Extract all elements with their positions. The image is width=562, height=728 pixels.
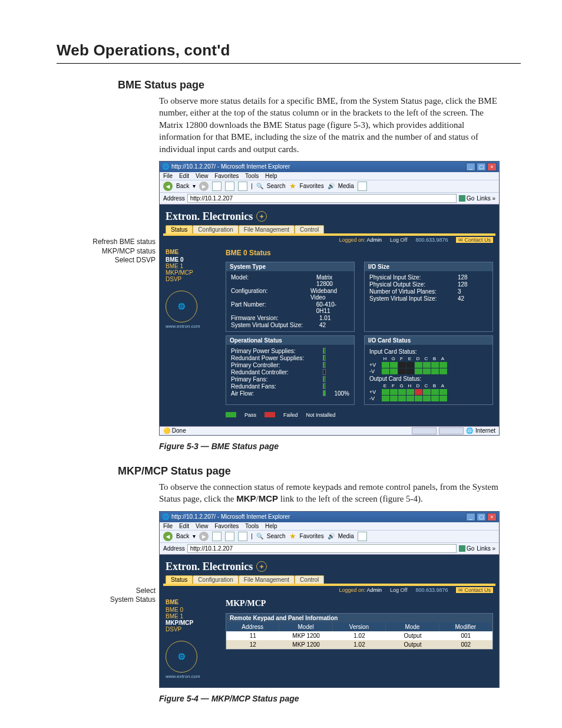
back-dropdown-icon[interactable]: ▾	[193, 183, 196, 189]
menu-favorites[interactable]: Favorites	[214, 523, 239, 529]
contact-us-button[interactable]: ✉Contact Us	[456, 587, 493, 593]
system-type-block: System Type Model:Matrix 12800Configurat…	[226, 262, 355, 332]
forward-icon[interactable]: ►	[199, 532, 209, 541]
ie-menubar[interactable]: File Edit View Favorites Tools Help	[160, 172, 499, 180]
legend-failed-swatch	[265, 412, 275, 417]
logged-on-user: Admin	[367, 237, 382, 243]
ie-titlebar[interactable]: 🌐 http://10.1.2.207/ - Microsoft Interne…	[160, 162, 499, 172]
media-icon[interactable]: 🔊	[328, 183, 335, 189]
menu-help[interactable]: Help	[265, 523, 277, 529]
tab-control[interactable]: Control	[295, 225, 324, 233]
ie-titlebar[interactable]: 🌐http://10.1.2.207/ - Microsoft Internet…	[160, 512, 499, 522]
stop-icon[interactable]	[212, 532, 222, 541]
media-label[interactable]: Media	[338, 183, 354, 189]
close-button[interactable]: ×	[487, 163, 497, 171]
operational-status-header: Operational Status	[226, 336, 354, 345]
history-icon[interactable]	[358, 532, 367, 541]
menu-favorites[interactable]: Favorites	[214, 173, 239, 179]
menu-tools[interactable]: Tools	[245, 523, 259, 529]
kv-row: Physical Output Size:128	[369, 281, 488, 288]
sidebar-item-mkpmcp[interactable]: MKP/MCP	[166, 269, 219, 276]
logoff-link[interactable]: Log Off	[390, 587, 407, 593]
sidebar-item-bme0[interactable]: BME 0	[166, 256, 219, 263]
menu-view[interactable]: View	[196, 523, 209, 529]
table-row: 12MKP 12001.02Output002	[226, 640, 492, 649]
minimize-button[interactable]: _	[466, 513, 475, 521]
tab-status[interactable]: Status	[166, 575, 193, 584]
history-icon[interactable]	[358, 182, 367, 191]
brand-badge-icon: ✦	[256, 561, 267, 572]
ie-addressbar: Address http://10.1.2.207 Go Links »	[160, 193, 499, 205]
tab-configuration[interactable]: Configuration	[193, 575, 238, 584]
kv-row: Part Number:60-410-0H11	[231, 301, 349, 314]
page-header: Web Operations, cont'd	[57, 41, 521, 64]
sidebar-item-dsvp[interactable]: DSVP	[166, 276, 219, 282]
callout-system-status: System Status	[53, 595, 156, 605]
links-button[interactable]: Links »	[477, 545, 495, 552]
kv-row: System Virtual Output Size:42	[231, 322, 349, 328]
search-label[interactable]: Search	[267, 183, 286, 189]
logoff-link[interactable]: Log Off	[390, 237, 407, 243]
sidebar-item-dsvp[interactable]: DSVP	[166, 626, 219, 633]
refresh-icon[interactable]	[225, 182, 234, 191]
home-icon[interactable]	[238, 182, 247, 191]
home-icon[interactable]	[238, 532, 247, 541]
address-field[interactable]: http://10.1.2.207	[187, 194, 457, 203]
sidebar-item-mkpmcp[interactable]: MKP/MCP	[166, 620, 219, 626]
close-button[interactable]: ×	[487, 513, 497, 521]
sidebar-item-bme0[interactable]: BME 0	[166, 607, 219, 613]
table-cell: 12	[226, 640, 279, 649]
go-button[interactable]: Go	[459, 545, 474, 552]
tab-control[interactable]: Control	[295, 575, 324, 584]
favorites-icon[interactable]: ★	[289, 182, 296, 190]
menu-edit[interactable]: Edit	[179, 523, 189, 529]
extron-round-logo: 🌐	[166, 291, 197, 322]
address-field[interactable]: http://10.1.2.207	[187, 544, 457, 553]
favorites-label[interactable]: Favorites	[300, 183, 324, 189]
minimize-button[interactable]: _	[466, 163, 475, 171]
tab-file-management[interactable]: File Management	[239, 575, 295, 584]
tab-file-management[interactable]: File Management	[239, 225, 295, 233]
brand-badge-icon: ✦	[256, 211, 267, 222]
toolbar-divider: |	[251, 533, 253, 539]
favorites-icon[interactable]: ★	[289, 532, 296, 541]
stop-icon[interactable]	[212, 182, 222, 191]
kv-row: System Virtual Input Size:42	[369, 295, 488, 302]
menu-file[interactable]: File	[163, 523, 173, 529]
menu-help[interactable]: Help	[265, 173, 277, 179]
ie-menubar[interactable]: File Edit View Favorites Tools Help	[160, 522, 499, 531]
tab-status[interactable]: Status	[166, 225, 193, 233]
nav-tabs: Status Configuration File Management Con…	[166, 225, 499, 233]
sidebar-item-bme1[interactable]: BME 1	[166, 263, 219, 269]
tab-configuration[interactable]: Configuration	[193, 225, 238, 233]
menu-tools[interactable]: Tools	[245, 173, 259, 179]
extron-url[interactable]: www.extron.com	[166, 324, 219, 329]
maximize-button[interactable]: ▢	[477, 513, 486, 521]
contact-us-button[interactable]: ✉Contact Us	[456, 237, 493, 243]
system-type-header: System Type	[226, 262, 354, 271]
media-icon[interactable]: 🔊	[328, 533, 335, 539]
back-label[interactable]: Back	[176, 183, 189, 189]
menu-file[interactable]: File	[163, 173, 173, 179]
back-icon[interactable]: ◄	[163, 532, 173, 541]
menu-view[interactable]: View	[196, 173, 209, 179]
sidebar-item-bme1[interactable]: BME 1	[166, 613, 219, 620]
back-icon[interactable]: ◄	[163, 182, 173, 191]
status-bar-row: Primary Controller:	[231, 362, 349, 368]
table-cell: 1.02	[333, 640, 386, 649]
back-dropdown-icon[interactable]: ▾	[193, 533, 196, 539]
maximize-button[interactable]: ▢	[477, 163, 486, 171]
links-button[interactable]: Links »	[477, 195, 495, 202]
status-done: 🟡 Done	[163, 427, 186, 434]
forward-icon[interactable]: ►	[199, 182, 209, 191]
refresh-icon[interactable]	[225, 532, 234, 541]
sidebar: BME BME 0 BME 1 MKP/MCP DSVP 🌐 www.extro…	[166, 249, 219, 418]
menu-edit[interactable]: Edit	[179, 173, 189, 179]
search-icon[interactable]: 🔍	[256, 183, 263, 189]
go-button[interactable]: Go	[459, 195, 474, 202]
back-label[interactable]: Back	[176, 533, 189, 539]
callout-refresh-bme: Refresh BME status	[53, 238, 156, 247]
table-header-cell: Version	[333, 622, 386, 631]
search-icon[interactable]: 🔍	[256, 533, 263, 539]
extron-url[interactable]: www.extron.com	[166, 674, 219, 679]
